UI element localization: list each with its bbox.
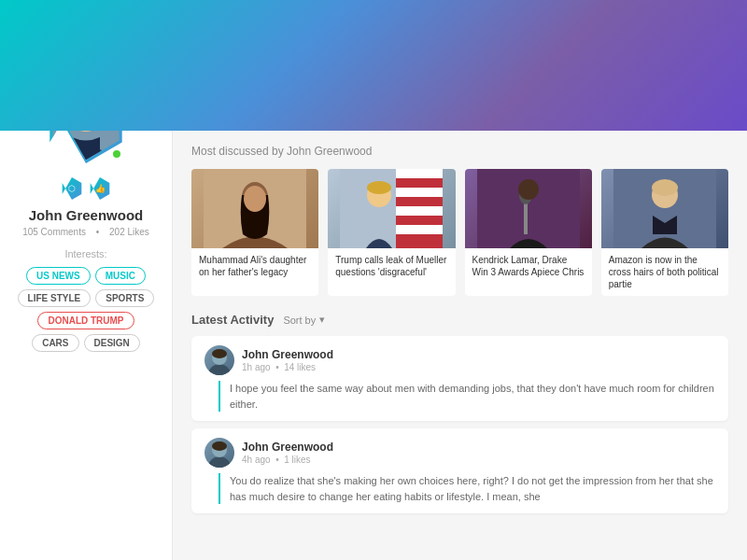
activity-user-info-2: John Greenwood 4h ago • 1 likes [242,441,333,465]
avatar-hex [44,131,128,163]
news-text-kendrick: Kendrick Lamar, Drake Win 3 Awards Apiec… [465,248,592,284]
news-text-trump: Trump calls leak of Mueller questions 'd… [328,248,455,284]
activity-user-name-1: John Greenwood [242,348,333,361]
news-text-ali: Muhammad Ali's daughter on her father's … [191,248,318,284]
avatar-container [44,131,128,163]
news-img-ali [191,169,318,248]
sort-by-label: Sort by [283,315,316,326]
latest-activity-header: Latest Activity Sort by ▾ [191,313,728,327]
sort-by-button[interactable]: Sort by ▾ [283,314,325,326]
interest-donald-trump[interactable]: DONALD TRUMP [37,312,134,329]
activity-meta-2: 4h ago • 1 likes [242,455,333,465]
svg-point-28 [208,456,231,468]
activity-text-2: You do realize that she's making her own… [218,473,715,504]
svg-point-21 [518,179,539,200]
svg-point-8 [244,186,266,212]
online-indicator [111,148,122,160]
sidebar: ⬡ 👍 John Greenwood 105 Comments • 202 Li… [0,131,173,560]
stats-dot: • [96,227,100,237]
interest-cars[interactable]: CARS [32,334,78,352]
badge-hex-1: ⬡ [61,177,83,200]
activity-user-name-2: John Greenwood [242,441,333,454]
news-cards: Muhammad Ali's daughter on her father's … [191,169,728,296]
most-discussed-title: Most discussed by John Greenwood [191,145,728,158]
svg-point-30 [212,441,227,451]
activity-text-1: I hope you feel the same way about men w… [218,381,715,412]
activity-card-1: John Greenwood 1h ago • 14 likes I hope … [191,336,728,421]
interest-music[interactable]: MUSIC [95,267,146,285]
news-img-bezos [601,169,728,248]
svg-point-25 [208,364,231,375]
news-card-ali[interactable]: Muhammad Ali's daughter on her father's … [191,169,318,296]
interest-sports[interactable]: SPORTS [95,289,154,307]
likes-count: 202 Likes [109,227,149,237]
interests-label: Interests: [14,248,158,259]
news-img-trump [328,169,455,248]
svg-point-16 [367,181,391,194]
interest-life-style[interactable]: LIFE STYLE [18,289,92,307]
activity-avatar-1 [204,345,234,375]
news-img-kendrick [465,169,592,248]
profile-stats: 105 Comments • 202 Likes [14,227,158,237]
interest-design[interactable]: DESIGN [84,334,140,352]
svg-point-24 [652,179,678,196]
sort-chevron-icon: ▾ [319,314,325,326]
news-card-bezos[interactable]: Amazon is now in the cross hairs of both… [601,169,728,296]
activity-header-2: John Greenwood 4h ago • 1 likes [204,438,715,468]
svg-rect-12 [396,188,443,197]
comments-count: 105 Comments [22,227,86,237]
activity-header-1: John Greenwood 1h ago • 14 likes [204,345,715,375]
news-card-trump[interactable]: Trump calls leak of Mueller questions 'd… [328,169,455,296]
header-banner [0,0,747,131]
interests-grid: US NEWS MUSIC LIFE STYLE SPORTS DONALD T… [14,267,158,352]
activity-meta-1: 1h ago • 14 likes [242,362,333,372]
latest-activity-title: Latest Activity [191,313,274,327]
news-card-kendrick[interactable]: Kendrick Lamar, Drake Win 3 Awards Apiec… [465,169,592,296]
interest-us-news[interactable]: US NEWS [26,267,91,285]
svg-point-27 [212,349,227,358]
activity-card-2: John Greenwood 4h ago • 1 likes You do r… [191,428,728,513]
svg-rect-13 [396,206,443,216]
badge-icons: ⬡ 👍 [14,177,158,200]
sidebar-profile: ⬡ 👍 John Greenwood 105 Comments • 202 Li… [14,131,158,352]
svg-rect-14 [396,225,443,234]
activity-user-info-1: John Greenwood 1h ago • 14 likes [242,348,333,372]
profile-name: John Greenwood [14,207,158,223]
badge-hex-2: 👍 [89,177,111,200]
news-text-bezos: Amazon is now in the cross hairs of both… [601,248,728,296]
svg-rect-11 [396,169,443,178]
main-layout: ⬡ 👍 John Greenwood 105 Comments • 202 Li… [0,131,747,560]
main-content: Most discussed by John Greenwood M [173,131,747,560]
activity-avatar-2 [204,438,234,468]
